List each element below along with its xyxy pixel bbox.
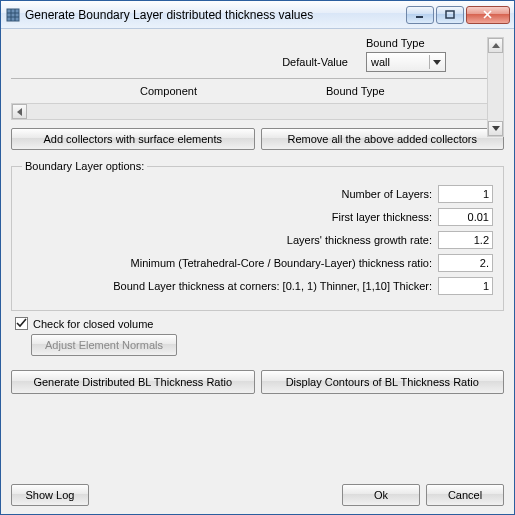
minimize-button[interactable]	[406, 6, 434, 24]
corners-label: Bound Layer thickness at corners: [0.1, …	[22, 280, 432, 292]
scroll-up-button[interactable]	[488, 38, 503, 53]
horizontal-scrollbar[interactable]	[11, 103, 504, 120]
boundary-layer-fieldset: Boundary Layer options: Number of Layers…	[11, 160, 504, 311]
bound-type-header: Bound Type	[366, 37, 486, 49]
display-contours-button[interactable]: Display Contours of BL Thickness Ratio	[261, 370, 505, 394]
column-header-bound-type: Bound Type	[326, 85, 486, 97]
show-log-button[interactable]: Show Log	[11, 484, 89, 506]
bound-type-combo[interactable]: wall	[366, 52, 446, 72]
maximize-button[interactable]	[436, 6, 464, 24]
growth-rate-input[interactable]	[438, 231, 493, 249]
check-closed-label: Check for closed volume	[33, 318, 153, 330]
min-ratio-input[interactable]	[438, 254, 493, 272]
growth-rate-label: Layers' thickness growth rate:	[22, 234, 432, 246]
dialog-window: Generate Boundary Layer distributed thic…	[0, 0, 515, 515]
adjust-normals-button[interactable]: Adjust Element Normals	[31, 334, 177, 356]
check-closed-volume[interactable]: Check for closed volume	[15, 317, 504, 330]
num-layers-input[interactable]	[438, 185, 493, 203]
checkbox-icon	[15, 317, 28, 330]
corners-input[interactable]	[438, 277, 493, 295]
scroll-down-button[interactable]	[488, 121, 503, 136]
client-area: Bound Type Default-Value wall Component …	[1, 29, 514, 514]
add-collectors-button[interactable]: Add collectors with surface elements	[11, 128, 255, 150]
default-value-label: Default-Value	[11, 56, 348, 68]
vertical-scrollbar[interactable]	[487, 37, 504, 137]
close-button[interactable]	[466, 6, 510, 24]
ok-button[interactable]: Ok	[342, 484, 420, 506]
first-thickness-label: First layer thickness:	[22, 211, 432, 223]
fieldset-legend: Boundary Layer options:	[22, 160, 147, 172]
column-header-component: Component	[11, 85, 326, 97]
remove-collectors-button[interactable]: Remove all the above added collectors	[261, 128, 505, 150]
first-thickness-input[interactable]	[438, 208, 493, 226]
dialog-title: Generate Boundary Layer distributed thic…	[25, 8, 406, 22]
titlebar[interactable]: Generate Boundary Layer distributed thic…	[1, 1, 514, 29]
cancel-button[interactable]: Cancel	[426, 484, 504, 506]
generate-ratio-button[interactable]: Generate Distributed BL Thickness Ratio	[11, 370, 255, 394]
collector-section: Bound Type Default-Value wall Component …	[11, 37, 504, 120]
app-icon	[5, 7, 21, 23]
min-ratio-label: Minimum (Tetrahedral-Core / Boundary-Lay…	[22, 257, 432, 269]
svg-rect-6	[446, 11, 454, 18]
svg-rect-0	[7, 9, 19, 21]
scroll-left-button[interactable]	[12, 104, 27, 119]
combo-value: wall	[371, 56, 390, 68]
num-layers-label: Number of Layers:	[22, 188, 432, 200]
chevron-down-icon	[429, 55, 443, 69]
